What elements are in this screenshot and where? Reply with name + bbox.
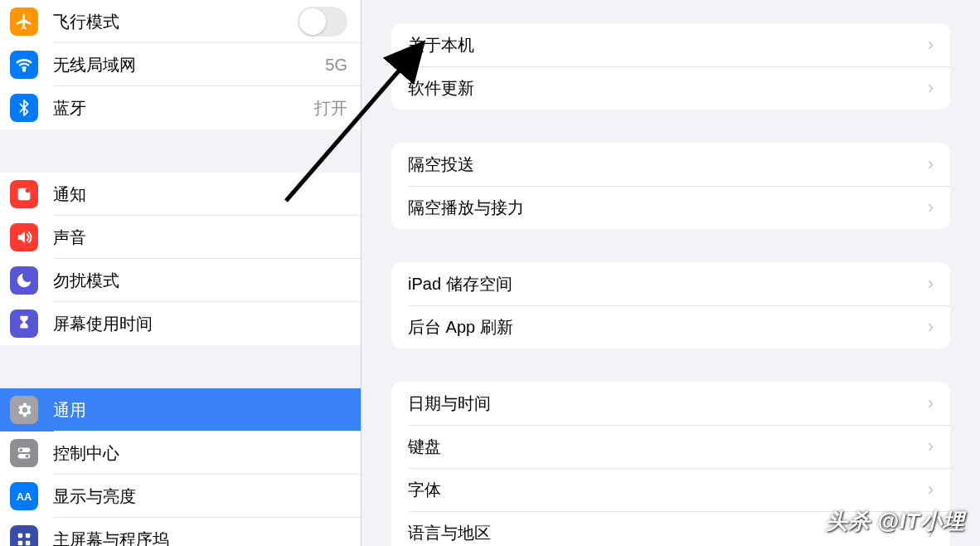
row-about[interactable]: 关于本机 › (391, 23, 950, 66)
svg-point-0 (23, 69, 25, 71)
sidebar-item-screentime[interactable]: 屏幕使用时间 (0, 302, 361, 345)
homescreen-icon (10, 525, 38, 546)
row-storage[interactable]: iPad 储存空间 › (391, 262, 950, 305)
row-label: 隔空播放与接力 (408, 197, 928, 219)
sidebar-label: 飞行模式 (53, 11, 298, 33)
chevron-right-icon: › (928, 34, 934, 56)
chevron-right-icon: › (928, 154, 934, 175)
hourglass-icon (10, 310, 38, 338)
sidebar-item-notifications[interactable]: 通知 (0, 173, 361, 216)
row-fonts[interactable]: 字体 › (391, 468, 950, 511)
row-label: 键盘 (408, 436, 928, 458)
sidebar-item-control-center[interactable]: 控制中心 (0, 431, 361, 475)
sidebar-item-home-screen[interactable]: 主屏幕与程序坞 (0, 518, 361, 546)
airplane-toggle[interactable] (298, 7, 347, 37)
svg-point-5 (19, 448, 22, 451)
sidebar-item-sounds[interactable]: 声音 (0, 216, 361, 259)
airplane-icon (10, 7, 38, 36)
chevron-right-icon: › (928, 316, 934, 338)
card-storage: iPad 储存空间 › 后台 App 刷新 › (391, 262, 950, 349)
row-airplay-handoff[interactable]: 隔空播放与接力 › (391, 186, 950, 229)
row-label: 后台 App 刷新 (408, 316, 928, 339)
sidebar-item-general[interactable]: 通用 (0, 388, 361, 431)
sidebar-item-wifi[interactable]: 无线局域网 5G (0, 43, 361, 86)
watermark-text: 头杀 @IT小埋 (826, 507, 965, 536)
wifi-value: 5G (325, 56, 347, 75)
moon-icon (10, 266, 38, 295)
sidebar-label: 声音 (53, 227, 347, 249)
gear-icon (10, 396, 38, 424)
bluetooth-icon (10, 94, 38, 122)
sidebar-item-airplane[interactable]: 飞行模式 (0, 0, 361, 43)
card-about: 关于本机 › 软件更新 › (391, 23, 950, 110)
chevron-right-icon: › (928, 392, 934, 414)
sidebar-label: 通用 (53, 399, 347, 422)
sidebar-label: 无线局域网 (53, 54, 325, 76)
row-datetime[interactable]: 日期与时间 › (391, 382, 950, 425)
sounds-icon (10, 223, 38, 251)
sidebar-group-alerts: 通知 声音 勿扰模式 屏幕使用时间 (0, 173, 361, 345)
sidebar-group-connectivity: 飞行模式 无线局域网 5G 蓝牙 打开 (0, 0, 361, 129)
settings-sidebar: 飞行模式 无线局域网 5G 蓝牙 打开 通知 (0, 0, 361, 546)
row-label: 字体 (408, 479, 928, 501)
sidebar-label: 显示与亮度 (53, 485, 347, 508)
row-airdrop[interactable]: 隔空投送 › (391, 143, 950, 186)
row-label: 日期与时间 (408, 392, 928, 415)
toggles-icon (10, 439, 38, 467)
sidebar-label: 主屏幕与程序坞 (53, 529, 347, 547)
bluetooth-value: 打开 (314, 97, 347, 119)
display-icon: AA (10, 482, 38, 510)
row-software-update[interactable]: 软件更新 › (391, 66, 950, 110)
card-airdrop: 隔空投送 › 隔空播放与接力 › (391, 143, 950, 229)
sidebar-label: 蓝牙 (53, 97, 314, 119)
svg-rect-9 (26, 534, 31, 539)
sidebar-item-display[interactable]: AA 显示与亮度 (0, 475, 361, 518)
svg-text:AA: AA (17, 490, 32, 503)
sidebar-label: 勿扰模式 (53, 270, 347, 292)
sidebar-group-device: 通用 控制中心 AA 显示与亮度 主屏幕与程序坞 (0, 388, 361, 546)
chevron-right-icon: › (928, 273, 934, 295)
sidebar-item-dnd[interactable]: 勿扰模式 (0, 259, 361, 302)
svg-rect-11 (26, 541, 31, 546)
svg-point-6 (26, 455, 29, 458)
svg-point-2 (26, 188, 31, 193)
chevron-right-icon: › (928, 77, 934, 99)
svg-rect-10 (18, 541, 23, 546)
row-label: 隔空投送 (408, 154, 928, 176)
row-label: 软件更新 (408, 77, 928, 100)
notifications-icon (10, 180, 38, 208)
svg-rect-8 (18, 534, 23, 539)
row-label: 关于本机 (408, 34, 928, 56)
wifi-icon (10, 51, 38, 79)
row-keyboard[interactable]: 键盘 › (391, 425, 950, 468)
chevron-right-icon: › (928, 197, 934, 218)
chevron-right-icon: › (928, 436, 934, 457)
sidebar-label: 屏幕使用时间 (53, 313, 347, 335)
sidebar-item-bluetooth[interactable]: 蓝牙 打开 (0, 86, 361, 129)
sidebar-label: 通知 (53, 183, 347, 206)
detail-pane: 关于本机 › 软件更新 › 隔空投送 › 隔空播放与接力 › iPad 储存空间… (361, 0, 980, 546)
row-background-refresh[interactable]: 后台 App 刷新 › (391, 305, 950, 349)
row-label: iPad 储存空间 (408, 273, 928, 295)
sidebar-label: 控制中心 (53, 442, 347, 465)
chevron-right-icon: › (928, 479, 934, 500)
